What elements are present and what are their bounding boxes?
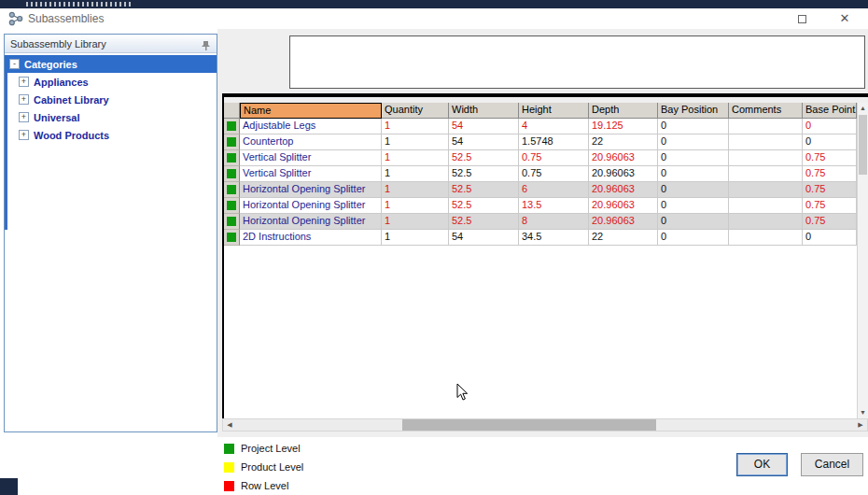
scroll-left-icon[interactable]: ◀ bbox=[223, 419, 236, 431]
grid-cell[interactable]: Adjustable Legs bbox=[240, 119, 382, 134]
grid-cell[interactable]: 4 bbox=[519, 119, 589, 134]
grid-cell[interactable]: 0 bbox=[658, 119, 729, 134]
collapse-icon[interactable]: - bbox=[9, 59, 20, 69]
column-header-quantity[interactable]: Quantity bbox=[382, 103, 449, 119]
grid-cell[interactable]: 20.96063 bbox=[589, 150, 658, 166]
scroll-right-icon[interactable]: ▶ bbox=[854, 419, 867, 431]
column-header-width[interactable]: Width bbox=[449, 103, 519, 119]
grid-cell[interactable]: 13.5 bbox=[519, 198, 589, 214]
grid-cell[interactable]: 52.5 bbox=[449, 214, 519, 230]
column-header-name[interactable]: Name bbox=[240, 103, 382, 119]
grid-cell[interactable]: 0 bbox=[658, 134, 729, 150]
grid-cell[interactable]: 1 bbox=[382, 198, 449, 214]
grid-cell[interactable]: 0 bbox=[658, 214, 729, 230]
grid-cell[interactable]: 0.75 bbox=[803, 198, 857, 214]
ok-button[interactable]: OK bbox=[736, 453, 788, 476]
grid-cell[interactable] bbox=[729, 182, 803, 198]
row-indicator[interactable] bbox=[224, 230, 240, 246]
grid-cell[interactable]: 2D Instructions bbox=[240, 230, 382, 246]
grid-row[interactable]: Horizontal Opening Splitter152.5820.9606… bbox=[224, 214, 868, 230]
grid-row[interactable]: Vertical Splitter152.50.7520.9606300.75 bbox=[224, 150, 868, 166]
grid-row[interactable]: 2D Instructions15434.52200 bbox=[224, 230, 868, 246]
tree-item-wood-products[interactable]: +Wood Products bbox=[5, 126, 217, 144]
grid-cell[interactable]: Vertical Splitter bbox=[240, 150, 382, 166]
grid-cell[interactable]: 0 bbox=[803, 119, 857, 134]
cancel-button[interactable]: Cancel bbox=[801, 453, 863, 476]
grid-row[interactable]: Vertical Splitter152.50.7520.9606300.75 bbox=[224, 166, 868, 182]
grid-cell[interactable]: 52.5 bbox=[449, 150, 519, 166]
grid-cell[interactable]: 20.96063 bbox=[589, 214, 658, 230]
maximize-button[interactable] bbox=[788, 8, 816, 29]
row-indicator[interactable] bbox=[224, 134, 240, 150]
grid-cell[interactable]: 20.96063 bbox=[589, 166, 658, 182]
grid-cell[interactable]: 1.5748 bbox=[519, 134, 589, 150]
scroll-up-icon[interactable]: ▲ bbox=[858, 103, 868, 114]
grid-cell[interactable]: Horizontal Opening Splitter bbox=[240, 198, 382, 214]
vertical-scroll-thumb[interactable] bbox=[859, 115, 867, 175]
grid-cell[interactable] bbox=[729, 134, 803, 150]
column-header-base-pointx[interactable]: Base PointX bbox=[803, 103, 857, 119]
grid-cell[interactable]: 1 bbox=[382, 182, 449, 198]
grid-cell[interactable]: 1 bbox=[382, 230, 449, 246]
expand-icon[interactable]: + bbox=[19, 94, 29, 105]
column-header-bay-position[interactable]: Bay Position bbox=[658, 103, 729, 119]
horizontal-scrollbar[interactable]: ◀ ▶ bbox=[222, 418, 868, 431]
grid-cell[interactable]: 0.75 bbox=[803, 150, 857, 166]
grid-cell[interactable]: 0.75 bbox=[519, 166, 589, 182]
grid-cell[interactable] bbox=[729, 166, 803, 182]
grid-cell[interactable]: 52.5 bbox=[449, 198, 519, 214]
horizontal-scroll-track[interactable] bbox=[236, 419, 854, 431]
grid-cell[interactable]: 54 bbox=[449, 134, 519, 150]
close-button[interactable]: ✕ bbox=[831, 8, 859, 29]
expand-icon[interactable]: + bbox=[19, 130, 29, 140]
row-indicator[interactable] bbox=[224, 214, 240, 230]
grid-cell[interactable]: 22 bbox=[589, 230, 658, 246]
grid-cell[interactable]: 1 bbox=[382, 214, 449, 230]
grid-row[interactable]: Adjustable Legs154419.12500 bbox=[224, 119, 868, 134]
grid-cell[interactable]: 0 bbox=[803, 134, 857, 150]
vertical-scrollbar[interactable]: ▲ ▼ bbox=[857, 103, 868, 418]
tree-item-categories[interactable]: -Categories bbox=[5, 55, 217, 73]
grid-cell[interactable]: 0.75 bbox=[803, 182, 857, 198]
grid-cell[interactable]: Horizontal Opening Splitter bbox=[240, 214, 382, 230]
grid-cell[interactable] bbox=[729, 198, 803, 214]
grid-cell[interactable]: 0 bbox=[658, 198, 729, 214]
grid-cell[interactable]: 1 bbox=[382, 150, 449, 166]
column-header-depth[interactable]: Depth bbox=[589, 103, 658, 119]
tree-item-appliances[interactable]: +Appliances bbox=[5, 73, 217, 91]
grid-cell[interactable]: 0.75 bbox=[803, 166, 857, 182]
column-header-height[interactable]: Height bbox=[519, 103, 589, 119]
grid-cell[interactable]: 0 bbox=[658, 150, 729, 166]
grid-cell[interactable]: 34.5 bbox=[519, 230, 589, 246]
grid-cell[interactable] bbox=[729, 119, 803, 134]
grid-cell[interactable]: 22 bbox=[589, 134, 658, 150]
grid-cell[interactable]: 1 bbox=[382, 166, 449, 182]
grid-cell[interactable]: 54 bbox=[449, 119, 519, 134]
grid-cell[interactable] bbox=[729, 214, 803, 230]
expand-icon[interactable]: + bbox=[19, 77, 29, 87]
grid-cell[interactable]: 0.75 bbox=[803, 214, 857, 230]
horizontal-scroll-thumb[interactable] bbox=[402, 419, 656, 431]
tree-item-universal[interactable]: +Universal bbox=[5, 108, 217, 126]
row-indicator[interactable] bbox=[224, 198, 240, 214]
grid-cell[interactable] bbox=[729, 230, 803, 246]
grid-row[interactable]: Horizontal Opening Splitter152.513.520.9… bbox=[224, 198, 868, 214]
grid-cell[interactable]: 54 bbox=[449, 230, 519, 246]
row-indicator[interactable] bbox=[224, 150, 240, 166]
grid-cell[interactable]: 1 bbox=[382, 134, 449, 150]
grid-cell[interactable]: 0 bbox=[803, 230, 857, 246]
grid-cell[interactable]: 20.96063 bbox=[589, 182, 658, 198]
column-header-comments[interactable]: Comments bbox=[729, 103, 803, 119]
tree-item-cabinet-library[interactable]: +Cabinet Library bbox=[5, 91, 217, 108]
grid-cell[interactable]: 0.75 bbox=[519, 150, 589, 166]
grid-cell[interactable]: 20.96063 bbox=[589, 198, 658, 214]
grid-cell[interactable]: 0 bbox=[658, 182, 729, 198]
expand-icon[interactable]: + bbox=[19, 112, 29, 122]
grid-row[interactable]: Horizontal Opening Splitter152.5620.9606… bbox=[224, 182, 868, 198]
grid-cell[interactable]: Horizontal Opening Splitter bbox=[240, 182, 382, 198]
grid-cell[interactable]: 19.125 bbox=[589, 119, 658, 134]
grid-cell[interactable]: 8 bbox=[519, 214, 589, 230]
scroll-down-icon[interactable]: ▼ bbox=[858, 407, 868, 418]
grid-cell[interactable]: 0 bbox=[658, 166, 729, 182]
row-indicator[interactable] bbox=[224, 119, 240, 134]
